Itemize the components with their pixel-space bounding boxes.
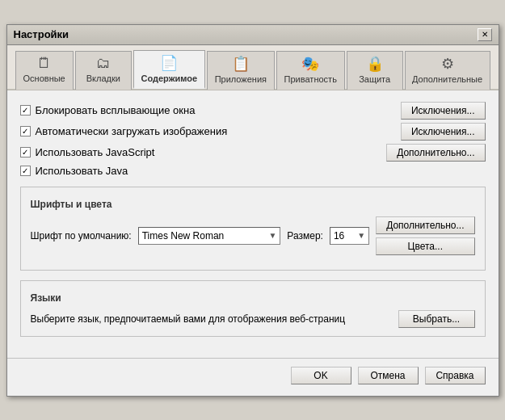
lang-description: Выберите язык, предпочитаемый вами для о… [31,313,398,325]
close-button[interactable]: ✕ [478,28,492,41]
tab-vkladki-label: Вкладки [86,74,120,83]
advanced-icon: ⚙ [441,55,454,73]
font-select-value: Times New Roman [142,230,225,242]
size-select[interactable]: 16 ▼ [330,227,369,245]
tab-osnov[interactable]: 🗒 Основные [15,51,74,90]
font-default-label: Шрифт по умолчанию: [31,230,132,242]
advanced-btn-js[interactable]: Дополнительно... [386,144,485,162]
colors-btn[interactable]: Цвета... [376,237,474,255]
checkbox-row-3: Использовать Java [20,165,486,177]
checkbox-left-0: Блокировать всплывающие окна [20,104,196,116]
tab-apps[interactable]: 📋 Приложения [207,51,275,90]
checkbox-use-js-label: Использовать JavaScript [36,146,155,158]
security-icon: 🔒 [366,55,384,73]
size-select-value: 16 [334,230,344,242]
footer: OK Отмена Справка [7,358,499,396]
checkbox-use-java[interactable] [20,166,31,176]
checkbox-row-2: Использовать JavaScript Дополнительно... [20,144,486,162]
tab-privacy-label: Приватность [284,74,337,84]
ok-button[interactable]: OK [291,367,351,384]
content-area: Блокировать всплывающие окна Исключения.… [7,90,499,358]
checkbox-block-popups[interactable] [20,105,31,116]
exceptions-btn-1[interactable]: Исключения... [401,123,486,141]
tab-osnov-label: Основные [23,74,65,83]
tab-content[interactable]: 📄 Содержимое [133,50,205,89]
font-buttons: Дополнительно... Цвета... [376,216,474,255]
checkboxes-section: Блокировать всплывающие окна Исключения.… [20,102,486,177]
fonts-section: Шрифты и цвета Шрифт по умолчанию: Times… [20,187,486,271]
checkbox-left-3: Использовать Java [20,165,128,177]
tabs-bar: 🗒 Основные 🗂 Вкладки 📄 Содержимое 📋 Прил… [7,45,499,90]
tab-advanced-label: Дополнительные [412,74,482,84]
tab-privacy[interactable]: 🎭 Приватность [276,51,345,90]
checkbox-block-popups-label: Блокировать всплывающие окна [36,104,196,116]
checkbox-row-1: Автоматически загружать изображения Искл… [20,123,486,141]
cancel-button[interactable]: Отмена [358,367,419,384]
privacy-icon: 🎭 [301,55,319,73]
tab-vkladki[interactable]: 🗂 Вкладки [75,51,132,90]
size-select-arrow: ▼ [357,231,365,240]
title-bar-controls: ✕ [478,28,492,41]
fonts-section-title: Шрифты и цвета [31,199,475,210]
checkbox-auto-images-label: Автоматически загружать изображения [36,125,228,137]
lang-section: Языки Выберите язык, предпочитаемый вами… [20,280,486,337]
checkbox-auto-images[interactable] [20,126,31,136]
checkbox-use-java-label: Использовать Java [36,165,128,177]
tab-apps-label: Приложения [215,74,267,84]
title-bar: Настройки ✕ [7,25,499,45]
window-title: Настройки [14,28,69,40]
lang-section-title: Языки [31,292,475,304]
checkbox-left-1: Автоматически загружать изображения [20,125,228,137]
font-select-arrow: ▼ [268,231,276,240]
font-select[interactable]: Times New Roman ▼ [138,227,281,245]
checkbox-use-js[interactable] [20,147,31,158]
settings-window: Настройки ✕ 🗒 Основные 🗂 Вкладки 📄 Содер… [6,24,499,397]
lang-select-btn[interactable]: Выбрать... [398,310,475,328]
tab-content-label: Содержимое [141,74,198,83]
help-button[interactable]: Справка [425,367,486,384]
tab-security[interactable]: 🔒 Защита [347,51,403,90]
osnov-icon: 🗒 [37,55,52,72]
font-row: Шрифт по умолчанию: Times New Roman ▼ Ра… [31,216,475,255]
lang-row: Выберите язык, предпочитаемый вами для о… [31,310,475,328]
content-icon: 📄 [160,54,178,72]
fonts-advanced-btn[interactable]: Дополнительно... [376,216,474,234]
tab-advanced[interactable]: ⚙ Дополнительные [405,51,490,90]
exceptions-btn-0[interactable]: Исключения... [401,102,486,120]
checkbox-row-0: Блокировать всплывающие окна Исключения.… [20,102,486,120]
tab-security-label: Защита [359,74,390,84]
checkbox-left-2: Использовать JavaScript [20,146,155,158]
apps-icon: 📋 [232,55,250,73]
size-label: Размер: [287,230,323,242]
vkladki-icon: 🗂 [96,55,111,72]
